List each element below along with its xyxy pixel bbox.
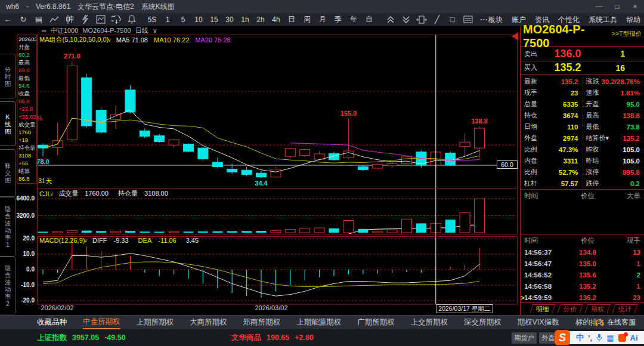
indicator-panel-icon[interactable] xyxy=(93,13,109,26)
market-nav-item[interactable]: 大商所期权 xyxy=(190,316,227,329)
market-nav-item[interactable]: 收藏品种 xyxy=(37,316,67,329)
period-button[interactable]: 5 xyxy=(177,16,190,24)
percent-axis-label[interactable]: % xyxy=(37,115,42,122)
period-button[interactable]: 自 xyxy=(363,14,376,24)
shanghai-index-quote[interactable]: 上证指数 3957.05 -49.50 xyxy=(37,329,131,346)
quote-panel-tab[interactable]: 明细 xyxy=(530,304,556,313)
ime-punct-toggle[interactable]: ’, xyxy=(588,333,592,342)
table-header-cell: 现手 xyxy=(614,236,640,245)
quote-cell-left: 比例47.3% xyxy=(521,145,583,154)
account-button[interactable]: 期货户 xyxy=(512,332,537,344)
period-button[interactable]: 4h xyxy=(270,16,283,24)
quote-panel-tab[interactable]: 分价 xyxy=(558,304,583,313)
market-nav-item[interactable]: 郑商所期权 xyxy=(243,316,281,329)
period-button[interactable]: 1h xyxy=(239,16,252,24)
quote-value: 57.57 xyxy=(537,180,583,187)
tick-chart-icon[interactable] xyxy=(78,13,93,26)
ime-skin-icon[interactable] xyxy=(618,334,626,342)
refresh-icon[interactable]: ↻ xyxy=(16,13,31,26)
kline-chart-icon[interactable] xyxy=(62,13,78,26)
quote-board-icon[interactable]: ▤ xyxy=(31,13,47,26)
sell-price: 136.0 xyxy=(544,48,591,60)
sidebar-tab[interactable]: 分时图 xyxy=(0,54,16,98)
chevron-down-icon[interactable]: ∨ xyxy=(107,37,112,43)
rect-tool-icon[interactable]: □ xyxy=(445,13,460,26)
microphone-icon[interactable] xyxy=(596,333,602,342)
period-button[interactable]: 月 xyxy=(316,14,329,24)
dea-label: DEA xyxy=(138,237,152,244)
period-button[interactable]: 季 xyxy=(332,14,345,24)
macd-indicator-label[interactable]: MACD(12,26,9) xyxy=(39,237,85,244)
close-button[interactable]: × xyxy=(626,0,644,13)
multi-pane-icon[interactable] xyxy=(460,13,476,26)
sogou-ime-icon[interactable]: S xyxy=(555,330,570,345)
candle-info-row: 86.8 xyxy=(18,97,36,105)
market-nav-item[interactable]: 期权VIX指数 xyxy=(518,316,559,329)
market-nav-item[interactable]: 中金所期权 xyxy=(83,316,120,329)
draw-line-icon[interactable]: ╱ xyxy=(429,13,445,26)
kline-chart[interactable]: 271.0155.0138.878.034.4 xyxy=(0,26,520,315)
toolbar-menu-item[interactable]: 板块 xyxy=(488,15,503,25)
collapse-panel-arrow-icon[interactable] xyxy=(512,32,518,41)
alert-bell-icon[interactable] xyxy=(124,13,140,26)
chevron-down-icon[interactable]: ∨ xyxy=(50,191,54,197)
market-nav-item[interactable]: 上期所期权 xyxy=(137,316,174,329)
quote-cell-right: 涨停895.8 xyxy=(583,168,644,177)
quote-value: 73.8 xyxy=(599,123,644,131)
quote-cell-left: 最新135.2 xyxy=(521,77,583,86)
quote-contract[interactable]: MO2604-P-7500 xyxy=(523,23,608,50)
chevron-down-icon[interactable]: ∨ xyxy=(83,237,88,243)
keyboard-icon[interactable]: ▦ xyxy=(606,333,614,342)
period-button[interactable]: 日 xyxy=(285,14,298,24)
contract-name[interactable]: MO2604-P-7500 xyxy=(82,27,131,34)
trade-time: 14:56:37 xyxy=(524,249,561,256)
period-button[interactable]: 2h xyxy=(254,16,267,24)
add-pane-icon[interactable] xyxy=(414,13,429,26)
cloud-download-icon[interactable] xyxy=(109,13,124,26)
quote-grid: 最新135.2涨跌30.2/28.76%现手23速涨1.81%总量6335开盘9… xyxy=(521,75,644,190)
view-title: 系统K线图 xyxy=(141,2,175,12)
period-label[interactable]: 日线 xyxy=(135,26,148,35)
period-button[interactable]: 周 xyxy=(301,14,314,24)
toolbar-menu-item[interactable]: 帮助 xyxy=(626,15,640,25)
period-button[interactable]: 1 xyxy=(161,16,174,24)
volume-axis-tick: 6400.0 xyxy=(0,195,35,202)
quote-panel-tab[interactable]: 统计 xyxy=(612,304,638,313)
period-button[interactable]: 15 xyxy=(208,16,221,24)
market-nav-item[interactable]: 广期所期权 xyxy=(357,316,395,329)
instrument-name[interactable]: 中证1000 xyxy=(51,26,78,35)
market-nav-item[interactable]: 上期能源期权 xyxy=(296,316,341,329)
market-nav-item[interactable]: 深交所期权 xyxy=(464,316,501,329)
ma-combo-label[interactable]: MA组合(5,10,20,50,0,0) xyxy=(39,35,109,44)
ime-lang-toggle[interactable]: 中 xyxy=(576,332,584,343)
t-quote-link[interactable]: >>T型报价 xyxy=(612,30,642,38)
quote-label: 速涨 xyxy=(583,88,599,97)
online-service-link[interactable]: 在线客服 xyxy=(595,316,636,329)
period-button[interactable]: 10 xyxy=(192,16,205,24)
ma-header: MA组合(5,10,20,50,0,0) ∨ MA5 71.08MA10 76.… xyxy=(39,35,242,44)
quote-cell-right: 涨跌30.2/28.76% xyxy=(583,77,644,86)
chevron-double-up-icon[interactable] xyxy=(383,13,398,26)
quote-value: 135.2 xyxy=(537,78,583,85)
quote-panel-tab[interactable]: 期权 xyxy=(585,304,611,313)
sidebar-tab[interactable]: 隐含波动率1 xyxy=(0,197,16,257)
ime-ai-button[interactable]: Ai xyxy=(630,333,638,342)
wenhua-commodity-quote[interactable]: 文华商品 190.65 +2.80 xyxy=(231,329,319,346)
visible-days-label: 31天 xyxy=(38,177,52,186)
back-icon[interactable]: ← xyxy=(0,13,16,26)
sidebar-tab[interactable]: K线图 xyxy=(0,101,16,146)
market-nav-item[interactable]: 上交所期权 xyxy=(411,316,448,329)
period-button[interactable]: 5S xyxy=(145,16,159,24)
reference-price-label: 60.0 xyxy=(497,160,518,169)
chevron-double-down-icon[interactable] xyxy=(398,13,414,26)
sidebar-tab[interactable]: 释义图 xyxy=(0,149,16,197)
minimize-button[interactable]: — xyxy=(590,0,608,13)
chevron-down-icon[interactable]: ∨ xyxy=(153,27,157,35)
maximize-button[interactable]: □ xyxy=(608,0,626,13)
period-button[interactable]: 年 xyxy=(347,14,360,24)
sidebar-tab-char: 1 xyxy=(6,241,10,248)
period-button[interactable]: 30 xyxy=(223,16,236,24)
trend-chart-icon[interactable] xyxy=(47,13,62,26)
candle-info-row: 最高 xyxy=(18,58,36,66)
headset-icon xyxy=(595,319,604,326)
